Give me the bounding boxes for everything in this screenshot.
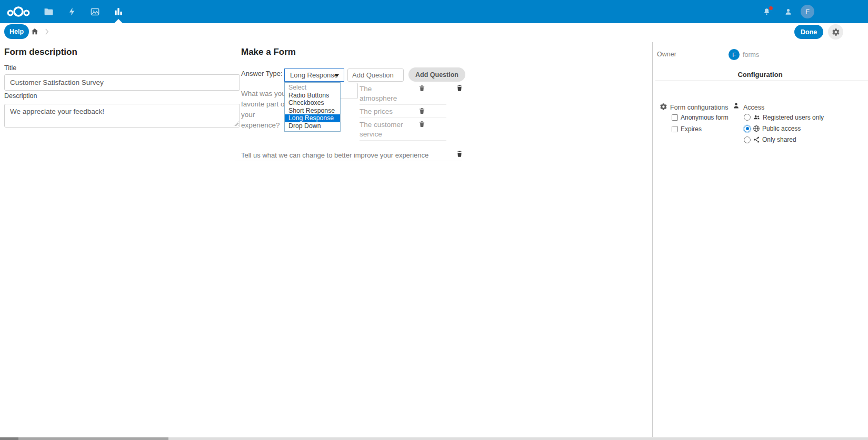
answer-type-selected-value: Long Response <box>290 71 338 79</box>
owner-avatar-letter: F <box>732 52 736 58</box>
radio-label: Only shared <box>762 136 796 143</box>
user-avatar[interactable]: F <box>801 5 814 18</box>
app-activity-lightning-icon[interactable] <box>61 0 84 23</box>
user-avatar-letter: F <box>805 8 810 16</box>
radio-label: Public access <box>762 125 801 132</box>
answer-options-list: The atmosphere The prices The customer s… <box>360 84 446 143</box>
configuration-heading: Configuration <box>652 71 868 79</box>
dropdown-option[interactable]: Radio Buttons <box>285 92 340 100</box>
horizontal-scrollbar-track <box>0 437 868 440</box>
answer-type-dropdown-list: Select Radio Buttons Checkboxes Short Re… <box>284 82 341 132</box>
owner-avatar: F <box>729 49 740 60</box>
answer-option-text[interactable]: The prices <box>360 107 407 116</box>
description-label: Description <box>4 92 37 100</box>
question-text[interactable]: What was your favorite part of your expe… <box>241 89 291 131</box>
checkbox-label: Anonymous form <box>681 114 729 121</box>
owner-name: forms <box>743 51 759 58</box>
answer-option-text[interactable]: The customer service <box>360 120 407 139</box>
share-icon <box>753 136 760 143</box>
description-textarea[interactable]: We appreciate your feedback! <box>4 104 240 128</box>
select-caret-icon <box>335 74 339 77</box>
anonymous-form-checkbox-row[interactable]: Anonymous form <box>672 114 729 121</box>
only-shared-radio[interactable] <box>744 136 751 143</box>
dropdown-option[interactable]: Select <box>285 84 340 92</box>
form-configurations-heading: Form configurations <box>670 104 728 111</box>
notification-unread-dot <box>769 6 773 10</box>
form-description-heading: Form description <box>4 47 77 57</box>
question-text[interactable]: Tell us what we can change to better imp… <box>241 151 428 159</box>
dropdown-option[interactable]: Short Response <box>285 107 340 115</box>
gear-icon <box>832 28 840 36</box>
owner-label: Owner <box>657 51 676 58</box>
app-photos-image-icon[interactable] <box>83 0 106 23</box>
sidebar-divider <box>652 42 653 437</box>
people-icon <box>753 113 761 121</box>
active-app-indicator <box>114 19 123 23</box>
settings-gear-button[interactable] <box>828 24 843 40</box>
only-shared-radio-row[interactable]: Only shared <box>744 136 796 143</box>
dropdown-option[interactable]: Checkboxes <box>285 99 340 107</box>
expires-checkbox[interactable] <box>672 126 678 132</box>
make-a-form-heading: Make a Form <box>241 47 296 57</box>
expires-checkbox-row[interactable]: Expires <box>672 125 702 133</box>
answer-option-row: The prices <box>360 107 446 118</box>
delete-option-trash-icon[interactable] <box>418 107 425 116</box>
title-input[interactable] <box>4 74 240 91</box>
done-button[interactable]: Done <box>794 25 823 39</box>
notifications-bell-icon[interactable] <box>755 0 778 23</box>
horizontal-scrollbar-thumb[interactable] <box>0 437 168 440</box>
public-access-radio-selected[interactable] <box>744 125 751 132</box>
anonymous-form-checkbox[interactable] <box>672 114 678 121</box>
delete-question-trash-icon[interactable] <box>456 150 463 159</box>
answer-option-row: The atmosphere <box>360 84 446 105</box>
form-configurations-gear-icon <box>660 103 667 113</box>
app-files-folder-icon[interactable] <box>37 0 60 23</box>
delete-option-trash-icon[interactable] <box>418 85 425 93</box>
access-heading: Access <box>743 104 764 111</box>
question-divider <box>235 161 462 161</box>
checkbox-label: Expires <box>681 125 702 133</box>
add-question-input[interactable] <box>347 69 404 82</box>
access-person-icon <box>732 102 740 112</box>
registered-users-radio-row[interactable]: Registered users only <box>744 113 824 121</box>
delete-option-trash-icon[interactable] <box>418 121 425 129</box>
answer-option-text[interactable]: The atmosphere <box>360 84 407 103</box>
top-header-bar: F <box>0 0 868 23</box>
answer-type-select[interactable]: Long Response <box>284 69 344 82</box>
globe-icon <box>753 125 760 132</box>
dropdown-option[interactable]: Drop Down <box>285 122 340 130</box>
answer-option-row: The customer service <box>360 120 446 141</box>
radio-label: Registered users only <box>763 114 824 121</box>
answer-type-label: Answer Type: <box>241 70 283 77</box>
nextcloud-logo-icon[interactable] <box>6 5 31 20</box>
title-label: Title <box>4 64 16 72</box>
registered-users-radio[interactable] <box>744 114 751 121</box>
dropdown-option-highlighted[interactable]: Long Response <box>285 114 340 122</box>
help-button[interactable]: Help <box>4 24 29 39</box>
add-question-button[interactable]: Add Question <box>408 67 465 82</box>
delete-question-trash-icon[interactable] <box>456 84 463 93</box>
public-access-radio-row[interactable]: Public access <box>744 125 801 132</box>
horizontal-scrollbar-thumb-end <box>0 437 18 440</box>
breadcrumb-home-icon[interactable] <box>31 27 39 38</box>
contacts-person-icon[interactable] <box>776 0 800 23</box>
breadcrumb-chevron-icon <box>42 27 52 38</box>
configuration-divider <box>655 81 868 81</box>
